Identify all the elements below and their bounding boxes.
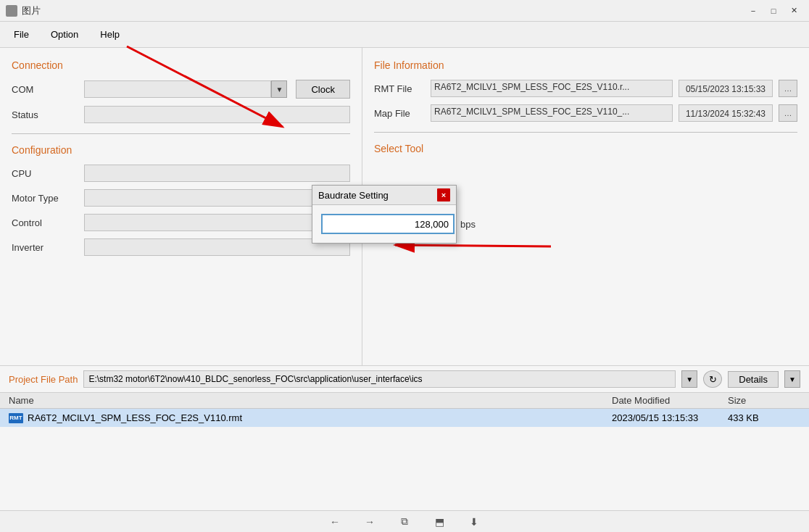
file-size-cell: 433 KB: [728, 412, 800, 423]
cpu-input[interactable]: [84, 165, 350, 182]
details-button[interactable]: Details: [728, 371, 779, 388]
path-dropdown-btn[interactable]: ▼: [681, 370, 697, 388]
map-path: RA6T2_MCILV1_SPM_LESS_FOC_E2S_V110_...: [431, 104, 673, 122]
bps-label: bps: [460, 219, 476, 230]
map-date: 11/13/2024 15:32:43: [679, 104, 773, 122]
com-select[interactable]: [84, 80, 271, 98]
inverter-label: Inverter: [12, 242, 84, 253]
file-list-header: Name Date Modified Size: [0, 393, 809, 409]
menu-help[interactable]: Help: [89, 25, 130, 43]
title-bar-left: 图片: [6, 4, 41, 17]
rmt-file-icon: RMT: [9, 413, 23, 423]
control-label: Control: [12, 217, 84, 228]
app-icon: [6, 5, 17, 17]
project-path-label: Project File Path: [9, 374, 78, 385]
details-dropdown-btn[interactable]: ▼: [784, 370, 800, 388]
title-bar: 图片 − □ ✕: [0, 0, 809, 22]
baudrate-dialog: Baudrate Setting × bps: [312, 185, 457, 244]
status-input: [84, 106, 350, 123]
file-list-row[interactable]: RMT RA6T2_MCILV1_SPM_LESS_FOC_E2S_V110.r…: [0, 409, 809, 427]
path-bar: Project File Path ▼ ↻ Details ▼: [0, 366, 809, 393]
select-tool-title: Select Tool: [374, 143, 797, 154]
rmt-browse-button[interactable]: …: [779, 80, 797, 97]
col-date: Date Modified: [612, 395, 728, 406]
col-size: Size: [728, 395, 800, 406]
bottom-area: Project File Path ▼ ↻ Details ▼ Name Dat…: [0, 365, 809, 510]
close-button[interactable]: ✕: [784, 4, 803, 18]
forward-button[interactable]: →: [360, 514, 380, 530]
modal-body: bps: [312, 205, 456, 243]
control-row: Control: [12, 214, 350, 231]
inverter-row: Inverter: [12, 238, 350, 256]
map-browse-button[interactable]: …: [779, 104, 797, 122]
divider-1: [12, 133, 350, 134]
minimize-button[interactable]: −: [744, 4, 763, 18]
map-file-row: Map File RA6T2_MCILV1_SPM_LESS_FOC_E2S_V…: [374, 104, 797, 122]
status-row: Status: [12, 106, 350, 123]
menu-file[interactable]: File: [3, 25, 40, 43]
modal-close-button[interactable]: ×: [437, 188, 450, 201]
configuration-section-title: Configuration: [12, 144, 350, 156]
rmt-file-row: RMT File RA6T2_MCILV1_SPM_LESS_FOC_E2S_V…: [374, 80, 797, 97]
divider-2: [374, 132, 797, 133]
file-name-cell: RMT RA6T2_MCILV1_SPM_LESS_FOC_E2S_V110.r…: [9, 412, 612, 423]
baudrate-input[interactable]: [321, 214, 455, 234]
col-name: Name: [9, 395, 612, 406]
motor-type-label: Motor Type: [12, 193, 84, 204]
status-label: Status: [12, 109, 84, 120]
restore-button[interactable]: □: [764, 4, 783, 18]
menu-bar: File Option Help: [0, 22, 809, 48]
cpu-label: CPU: [12, 168, 84, 179]
inverter-input[interactable]: [84, 238, 350, 256]
com-label: COM: [12, 84, 84, 95]
title-bar-controls: − □ ✕: [744, 4, 803, 18]
file-info-title: File Information: [374, 59, 797, 71]
rmt-label: RMT File: [374, 83, 425, 94]
copy-button[interactable]: ⧉: [394, 514, 415, 530]
window-title: 图片: [22, 4, 41, 17]
bottom-toolbar: ← → ⧉ ⬒ ⬇: [0, 510, 809, 532]
clock-button[interactable]: Clock: [296, 80, 350, 99]
download-button[interactable]: ⬇: [464, 514, 484, 530]
com-select-wrapper: ▼: [84, 80, 287, 98]
rmt-path: RA6T2_MCILV1_SPM_LESS_FOC_E2S_V110.r...: [431, 80, 673, 97]
file-name: RA6T2_MCILV1_SPM_LESS_FOC_E2S_V110.rmt: [28, 412, 242, 423]
com-dropdown-btn[interactable]: ▼: [271, 80, 287, 98]
menu-option[interactable]: Option: [40, 25, 89, 43]
motor-type-input[interactable]: [84, 189, 350, 207]
project-path-input[interactable]: [83, 370, 676, 388]
rmt-date: 05/15/2023 13:15:33: [679, 80, 773, 97]
modal-title-bar: Baudrate Setting ×: [312, 186, 456, 205]
modal-title: Baudrate Setting: [318, 190, 389, 201]
cpu-row: CPU: [12, 165, 350, 182]
paste-button[interactable]: ⬒: [429, 514, 449, 530]
connection-section-title: Connection: [12, 59, 350, 71]
select-tool-section: Select Tool: [374, 143, 797, 154]
control-input[interactable]: [84, 214, 350, 231]
com-row: COM ▼ Clock: [12, 80, 350, 99]
back-button[interactable]: ←: [325, 514, 345, 530]
map-label: Map File: [374, 108, 425, 119]
motor-type-row: Motor Type: [12, 189, 350, 207]
path-refresh-btn[interactable]: ↻: [703, 370, 722, 388]
file-date-cell: 2023/05/15 13:15:33: [612, 412, 728, 423]
